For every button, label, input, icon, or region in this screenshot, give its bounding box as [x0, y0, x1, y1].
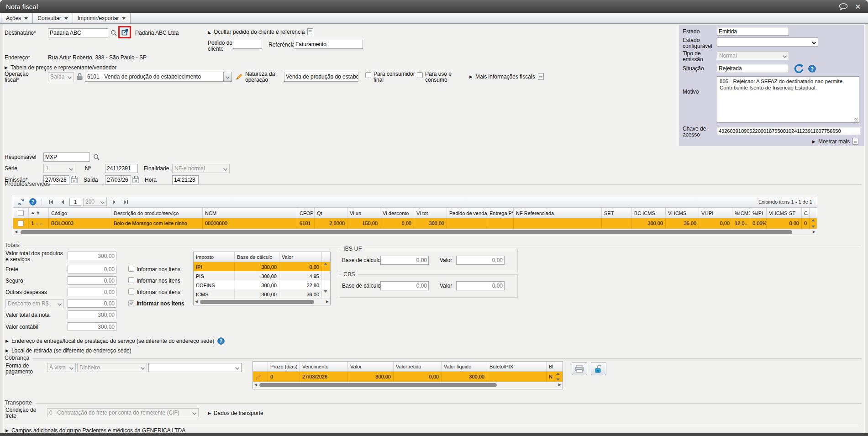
table-row[interactable]: PIS300,004,95 — [194, 271, 330, 280]
referencia-input[interactable]: Faturamento — [294, 40, 363, 49]
column-header-descricao[interactable]: Descrição do produto/serviço — [111, 208, 203, 218]
page-size-select[interactable]: 200 — [83, 198, 107, 206]
page-next-icon[interactable] — [109, 197, 119, 206]
estado-configuravel-select[interactable] — [717, 37, 818, 47]
table-row[interactable]: 027/03/2026300,000,00300,00N — [253, 372, 563, 382]
column-header-pct_ipi[interactable]: %IPI — [750, 208, 767, 218]
grid-cell-bc_icms[interactable]: 300,00 — [632, 218, 666, 229]
grid-cell-col1[interactable]: 0 — [268, 372, 300, 382]
condicao-pagamento-select[interactable]: À vista — [47, 363, 76, 372]
grid-cell-vl_ipi[interactable]: 0,00 — [699, 218, 732, 229]
page-first-icon[interactable] — [46, 197, 56, 206]
desconto-input[interactable]: 0,00 — [68, 299, 116, 308]
scroll-left-icon[interactable]: ◀ — [15, 230, 17, 234]
column-header-codigo[interactable]: Código — [49, 208, 111, 218]
grid-cell-col2[interactable]: 4,95 — [279, 271, 322, 280]
page-prev-icon[interactable] — [58, 197, 68, 206]
grid-cell-ncm[interactable]: 00000000 — [203, 218, 297, 229]
refresh-situacao-icon[interactable] — [794, 63, 804, 74]
grid-cell-col0[interactable]: PIS — [194, 271, 235, 280]
grid-cell-vl_icms[interactable]: 36,00 — [666, 218, 699, 229]
row-move-down-icon[interactable]: ∨ — [39, 222, 42, 226]
grid-cell-num[interactable]: 1∧∨ — [29, 218, 49, 229]
meio-pagamento-select[interactable]: Dinheiro — [77, 363, 147, 372]
column-header-col6[interactable]: Boleto/PIX — [487, 362, 547, 371]
scroll-down-icon[interactable] — [556, 378, 560, 381]
mostrar-mais-link[interactable]: ▶ Mostrar mais — [812, 138, 858, 145]
column-header-vl_un[interactable]: Vl un — [347, 208, 380, 218]
column-header-vl_tot[interactable]: Vl tot — [414, 208, 447, 218]
table-row[interactable]: IPI300,000,00 — [194, 262, 330, 271]
operacao-fiscal-combo[interactable]: 6101 - Venda de produção do estabelecime… — [85, 72, 232, 82]
grid-cell-col2[interactable]: 22,80 — [279, 280, 322, 289]
column-header-col5[interactable]: Valor líquido — [442, 362, 487, 371]
grid-cell-vl_icms_st[interactable]: 0,00 — [767, 218, 802, 229]
column-header-col2[interactable]: Vencimento — [300, 362, 348, 371]
print-boleto-button[interactable] — [572, 362, 587, 375]
table-row[interactable]: COFINS300,0022,80 — [194, 280, 330, 289]
tabela-precos-link[interactable]: ▶ Tabela de preços e representante/vende… — [5, 64, 116, 71]
column-header-col1[interactable]: Prazo (dias) — [268, 362, 300, 371]
pedido-cliente-input[interactable] — [233, 40, 262, 49]
para-consumidor-final-checkbox[interactable] — [365, 72, 371, 78]
desconto-tipo-select[interactable]: Desconto em R$ — [5, 299, 64, 308]
grid-cell-col0[interactable]: ICMS — [194, 289, 235, 299]
search-icon[interactable] — [110, 30, 117, 37]
scroll-right-icon[interactable]: ▶ — [326, 299, 329, 304]
operacao-tipo-select[interactable]: Saída — [48, 72, 74, 81]
serie-select[interactable]: 1 — [43, 164, 75, 173]
grid-cell-col4[interactable]: 0,00 — [394, 372, 442, 382]
note-icon[interactable] — [852, 138, 858, 145]
grid-cell-qt[interactable]: 2,0000 — [315, 218, 347, 229]
situacao-input[interactable]: Rejeitada — [717, 64, 789, 73]
grid-cell-select[interactable] — [13, 218, 29, 229]
motivo-textarea[interactable]: 805 - Rejeicao: A SEFAZ do destinatario … — [717, 76, 859, 123]
cbs-valor-input[interactable]: 0,00 — [456, 281, 505, 290]
cbs-base-input[interactable]: 0,00 — [380, 281, 429, 290]
scroll-right-icon[interactable]: ▶ — [813, 230, 815, 234]
valor-total-produtos-input[interactable]: 300,00 — [68, 252, 116, 260]
condicao-frete-select[interactable]: 0 - Contratação do frete por conta do re… — [47, 408, 199, 417]
page-last-icon[interactable] — [121, 197, 131, 206]
pagamento-extra-select[interactable] — [148, 363, 242, 372]
grid-cell-codigo[interactable]: BOLO003 — [49, 218, 111, 229]
responsavel-input[interactable]: MXP — [43, 152, 90, 162]
column-header-pct_icms[interactable]: %ICMS — [732, 208, 750, 218]
grid-cell-col6[interactable] — [487, 372, 547, 382]
scroll-right-icon[interactable]: ▶ — [558, 383, 561, 387]
page-number-input[interactable]: 1 — [69, 198, 81, 206]
produtos-hscrollbar[interactable]: ◀ ▶ — [13, 229, 817, 235]
scroll-left-icon[interactable]: ◀ — [254, 383, 257, 387]
resize-grip-icon[interactable] — [854, 118, 858, 122]
grid-cell-col2[interactable]: 27/03/2026 — [300, 372, 348, 382]
scroll-left-icon[interactable]: ◀ — [195, 299, 198, 304]
close-icon[interactable]: ✕ — [855, 3, 861, 10]
column-header-col0[interactable]: Imposto — [194, 252, 235, 262]
column-header-qt[interactable]: Qt — [315, 208, 347, 218]
table-row[interactable]: ICMS300,0036,00 — [194, 289, 330, 299]
endereco-entrega-link[interactable]: ▶ Endereço de entrega/local de prestação… — [5, 337, 225, 345]
refresh-icon[interactable] — [16, 197, 26, 206]
column-header-nf_referenciada[interactable]: NF Referenciada — [514, 208, 602, 218]
valor-total-nota-input[interactable]: 300,00 — [68, 310, 116, 319]
scroll-down-icon[interactable] — [324, 290, 327, 293]
scroll-up-icon[interactable] — [556, 373, 560, 375]
ocultar-pedido-link[interactable]: ◣ Ocultar pedido do cliente e referência — [208, 28, 313, 35]
chave-acesso-input[interactable]: 4326039109052200018755001024112391160775… — [717, 127, 860, 135]
row-move-up-icon[interactable]: ∧ — [35, 222, 38, 226]
help-icon[interactable]: ? — [28, 197, 38, 206]
campos-adicionais-link[interactable]: ▶ Campos adicionais do grupo Pacientes e… — [5, 427, 185, 434]
outras-despesas-input[interactable]: 0,00 — [68, 288, 116, 296]
column-header-col1[interactable]: Base de cálculo — [235, 252, 279, 262]
desconto-informar-checkbox[interactable] — [128, 300, 134, 306]
column-header-vl_icms[interactable]: Vl ICMS — [666, 208, 699, 218]
grid-cell-entrega_pv[interactable] — [487, 218, 514, 229]
grid-cell-vl_un[interactable]: 150,00 — [347, 218, 380, 229]
dados-transporte-link[interactable]: ▶ Dados de transporte — [208, 410, 263, 416]
column-header-num[interactable]: # — [29, 208, 49, 218]
row-select-checkbox[interactable] — [18, 221, 24, 226]
grid-cell-col1[interactable]: 300,00 — [235, 289, 279, 299]
menu-imprimir-exportar[interactable]: Imprimir/exportar — [73, 13, 131, 23]
column-header-col7[interactable]: Bl — [547, 362, 554, 371]
external-link-icon[interactable] — [121, 29, 128, 36]
